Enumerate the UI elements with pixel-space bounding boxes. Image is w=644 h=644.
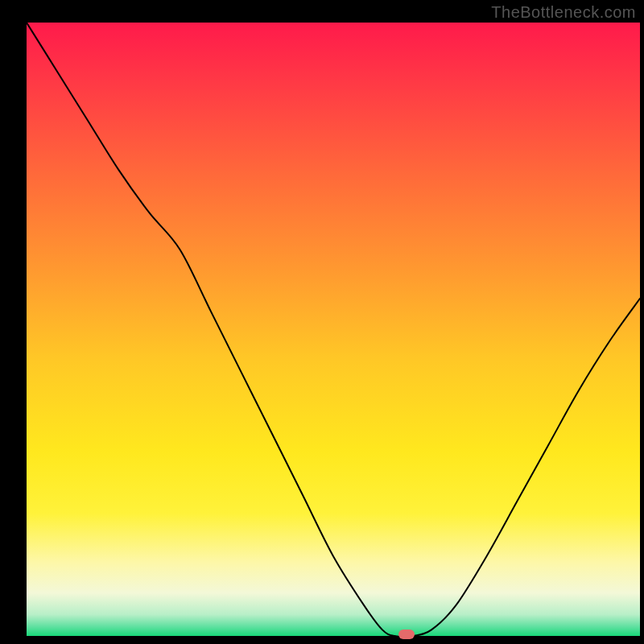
bottleneck-curve <box>27 23 640 636</box>
optimal-point-marker <box>398 630 415 639</box>
plot-area <box>27 23 640 636</box>
curve-path <box>27 23 640 636</box>
watermark-text: TheBottleneck.com <box>491 3 636 22</box>
chart-frame: TheBottleneck.com <box>0 0 644 644</box>
